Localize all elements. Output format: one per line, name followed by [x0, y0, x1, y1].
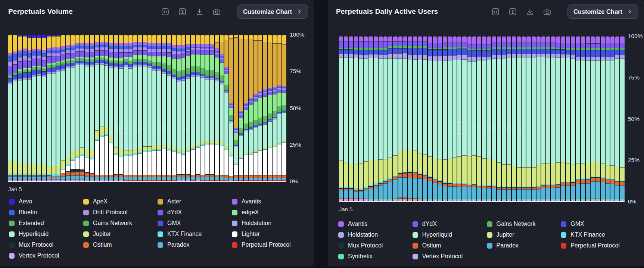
segment-holdstation[interactable]	[383, 55, 388, 58]
segment-bluefin[interactable]	[167, 46, 171, 49]
segment-apex[interactable]	[138, 35, 142, 42]
stacked-bar[interactable]	[477, 36, 481, 202]
stacked-bar[interactable]	[90, 35, 94, 181]
segment-gains-network[interactable]	[277, 109, 281, 112]
segment-paradex[interactable]	[205, 177, 209, 180]
segment-dydx[interactable]	[105, 50, 109, 56]
segment-jupiter[interactable]	[591, 161, 595, 177]
segment-edgex[interactable]	[191, 54, 195, 66]
segment-paradex[interactable]	[244, 178, 248, 180]
segment-dydx[interactable]	[277, 90, 281, 93]
segment-edgex[interactable]	[109, 57, 113, 60]
segment-gmx[interactable]	[167, 71, 171, 74]
segment-gmx[interactable]	[452, 49, 457, 55]
segment-apex[interactable]	[253, 35, 258, 40]
segment-bluefin[interactable]	[23, 52, 27, 56]
segment-avantis[interactable]	[512, 36, 516, 43]
segment-vertex-protocol[interactable]	[546, 200, 550, 202]
segment-holdstation[interactable]	[610, 57, 615, 60]
segment-vertex-protocol[interactable]	[620, 200, 624, 202]
stacked-bar[interactable]	[119, 35, 123, 181]
segment-dydx[interactable]	[244, 107, 248, 110]
segment-holdstation[interactable]	[374, 54, 378, 58]
segment-dydx[interactable]	[418, 41, 422, 46]
segment-avantis[interactable]	[95, 42, 99, 45]
segment-apex[interactable]	[109, 35, 113, 43]
summation-button[interactable]	[508, 7, 517, 16]
stacked-bar[interactable]	[13, 35, 17, 181]
segment-vertex-protocol[interactable]	[517, 200, 521, 202]
segment-lighter[interactable]	[191, 149, 195, 175]
segment-vertex-protocol[interactable]	[408, 200, 412, 201]
segment-dydx[interactable]	[541, 43, 545, 47]
legend-item-jupiter[interactable]: Jupiter	[83, 231, 158, 237]
segment-hyperliquid[interactable]	[571, 58, 575, 165]
segment-avantis[interactable]	[186, 44, 190, 47]
segment-vertex-protocol[interactable]	[196, 180, 200, 181]
segment-dydx[interactable]	[273, 91, 277, 94]
segment-jupiter[interactable]	[177, 149, 181, 152]
segment-apex[interactable]	[147, 35, 152, 43]
segment-gmx[interactable]	[492, 49, 496, 55]
legend-item-mux-protocol[interactable]: Mux Protocol	[338, 242, 413, 249]
segment-paradex[interactable]	[364, 190, 368, 199]
segment-hyperliquid[interactable]	[253, 128, 258, 150]
segment-paradex[interactable]	[566, 186, 570, 199]
segment-dydx[interactable]	[186, 51, 190, 56]
segment-gmx[interactable]	[368, 50, 373, 54]
segment-jupiter[interactable]	[71, 152, 75, 159]
stacked-bar[interactable]	[162, 35, 166, 181]
segment-avantis[interactable]	[408, 36, 412, 41]
legend-item-ostium[interactable]: Ostium	[83, 241, 158, 248]
stacked-bar[interactable]	[487, 36, 491, 202]
segment-hyperliquid[interactable]	[383, 58, 388, 159]
segment-vertex-protocol[interactable]	[452, 200, 457, 202]
segment-gmx[interactable]	[610, 50, 615, 56]
segment-gmx[interactable]	[448, 49, 452, 55]
segment-gmx[interactable]	[546, 49, 550, 54]
segment-lighter[interactable]	[273, 147, 277, 175]
segment-paradex[interactable]	[517, 189, 521, 199]
legend-item-paradex[interactable]: Paradex	[158, 241, 232, 248]
segment-jupiter[interactable]	[586, 163, 590, 178]
segment-extended[interactable]	[220, 75, 224, 78]
segment-ostium[interactable]	[601, 178, 605, 181]
legend-item-drift-protocol[interactable]: Drift Protocol	[83, 209, 158, 216]
segment-paradex[interactable]	[571, 185, 575, 199]
segment-avantis[interactable]	[591, 36, 595, 43]
segment-hyperliquid[interactable]	[239, 135, 243, 156]
segment-paradex[interactable]	[80, 175, 84, 180]
segment-paradex[interactable]	[114, 177, 118, 180]
segment-bluefin[interactable]	[37, 52, 41, 56]
segment-drift-protocol[interactable]	[109, 49, 113, 52]
segment-vertex-protocol[interactable]	[388, 200, 392, 202]
segment-avantis[interactable]	[457, 36, 461, 43]
segment-jupiter[interactable]	[620, 167, 624, 181]
segment-paradex[interactable]	[124, 177, 128, 180]
segment-jupiter[interactable]	[95, 130, 99, 139]
legend-item-edgex[interactable]: edgeX	[232, 209, 306, 216]
segment-drift-protocol[interactable]	[71, 50, 75, 53]
segment-jupiter[interactable]	[162, 145, 166, 148]
segment-paradex[interactable]	[452, 186, 457, 199]
segment-lighter[interactable]	[157, 150, 161, 175]
segment-avantis[interactable]	[507, 36, 511, 43]
segment-vertex-protocol[interactable]	[210, 181, 214, 181]
segment-jupiter[interactable]	[138, 148, 142, 152]
segment-jupiter[interactable]	[191, 145, 195, 148]
segment-hyperliquid[interactable]	[354, 58, 358, 165]
segment-gmx[interactable]	[66, 63, 70, 66]
segment-gains-network[interactable]	[186, 71, 190, 74]
segment-hyperliquid[interactable]	[28, 80, 32, 164]
stacked-bar[interactable]	[80, 35, 84, 181]
segment-holdstation[interactable]	[379, 55, 383, 58]
segment-paradex[interactable]	[403, 177, 407, 197]
segment-mux-protocol[interactable]	[71, 169, 75, 172]
segment-holdstation[interactable]	[532, 54, 536, 57]
segment-drift-protocol[interactable]	[37, 56, 41, 59]
segment-gmx[interactable]	[196, 72, 200, 75]
stacked-bar[interactable]	[66, 35, 70, 181]
segment-jupiter[interactable]	[47, 166, 51, 174]
segment-avantis[interactable]	[438, 36, 442, 43]
segment-avantis[interactable]	[181, 45, 186, 48]
